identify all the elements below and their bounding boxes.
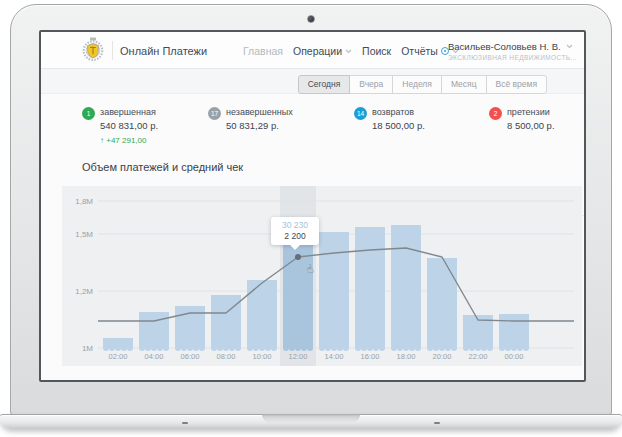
bank-crest-logo-icon	[82, 37, 104, 63]
chart-bar-12:00[interactable]	[283, 233, 313, 351]
tab-vse-vremya[interactable]: Всё время	[486, 75, 547, 94]
screenshot-stage: Онлайн Платежи Главная Операции Поиск От…	[0, 0, 622, 437]
tab-vchera[interactable]: Вчера	[349, 75, 393, 94]
tooltip-volume: 30 230	[271, 220, 319, 230]
x-tick-label: 16:00	[361, 352, 380, 361]
stat-delta: ↑ +47 291,00	[100, 136, 158, 145]
chart-title: Объем платежей и средний чек	[82, 161, 243, 173]
stat-completed[interactable]: 1 завершенная 540 831,00 р. ↑ +47 291,00	[82, 107, 158, 145]
chevron-down-icon	[566, 44, 573, 49]
chart-bar-14:00[interactable]	[319, 232, 349, 351]
chart-panel: 1,8M1,5M1,2M1M02:0004:0006:0008:0010:001…	[62, 186, 582, 366]
chart-bar-02:00[interactable]	[103, 338, 133, 351]
stat-value: 18 500,00 р.	[372, 120, 425, 131]
chevron-down-icon	[345, 49, 352, 54]
tab-mesyac[interactable]: Месяц	[441, 75, 487, 94]
chart-bar-16:00[interactable]	[355, 227, 385, 351]
user-menu[interactable]: Васильев-Соловьев Н. В. ЭКСКЛЮЗИВНАЯ НЕД…	[448, 41, 577, 61]
x-tick-label: 18:00	[397, 352, 416, 361]
stat-incomplete[interactable]: 17 незавершенных 50 831,29 р.	[208, 107, 293, 131]
tab-segodnya[interactable]: Сегодня	[298, 75, 351, 94]
count-badge: 1	[82, 107, 95, 120]
stat-refunds[interactable]: 14 возвратов 18 500,00 р.	[354, 107, 425, 131]
nav-label: Отчёты	[401, 45, 438, 57]
laptop-foot	[434, 422, 440, 424]
app-title: Онлайн Платежи	[120, 45, 207, 57]
x-tick-label: 20:00	[433, 352, 452, 361]
y-tick-label: 1M	[82, 344, 93, 353]
count-badge: 17	[208, 107, 221, 120]
chart-bar-20:00[interactable]	[427, 258, 457, 351]
y-tick-label: 1,8M	[75, 197, 93, 206]
chart-bar-04:00[interactable]	[139, 312, 169, 351]
nav-label: Операции	[293, 45, 342, 57]
stat-value: 540 831,00 р.	[100, 120, 158, 131]
user-name: Васильев-Соловьев Н. В.	[448, 41, 561, 52]
chart-tooltip: 30 230 2 200	[271, 217, 319, 245]
stat-label: завершенная	[100, 107, 158, 117]
nav-item-operacii[interactable]: Операции	[293, 45, 352, 57]
chart-bar-10:00[interactable]	[247, 280, 277, 351]
nav-item-glavnaya[interactable]: Главная	[243, 45, 283, 57]
x-tick-label: 12:00	[289, 352, 308, 361]
period-tabs-band: Сегодня Вчера Неделя Месяц Всё время	[41, 69, 584, 94]
nav-label: Главная	[243, 45, 283, 57]
x-tick-label: 22:00	[469, 352, 488, 361]
count-badge: 14	[354, 107, 367, 120]
stat-label: незавершенных	[226, 107, 293, 117]
screen-content: Онлайн Платежи Главная Операции Поиск От…	[39, 30, 586, 382]
x-tick-label: 08:00	[217, 352, 236, 361]
nav-item-poisk[interactable]: Поиск	[362, 45, 391, 57]
laptop-foot	[182, 422, 188, 424]
x-tick-label: 02:00	[109, 352, 128, 361]
laptop-lid-notch	[262, 414, 360, 422]
highlight-dot	[295, 254, 301, 260]
app-header: Онлайн Платежи Главная Операции Поиск От…	[41, 32, 584, 69]
stat-label: возвратов	[372, 107, 425, 117]
y-tick-label: 1,2M	[75, 287, 93, 296]
nav-label: Поиск	[362, 45, 391, 57]
logo-divider	[112, 41, 113, 60]
tooltip-avg-check: 2 200	[271, 231, 319, 241]
stat-label: претензии	[507, 107, 555, 117]
x-tick-label: 00:00	[505, 352, 524, 361]
webcam-icon	[307, 15, 315, 23]
x-tick-label: 14:00	[325, 352, 344, 361]
stat-value: 8 500,00 р.	[507, 120, 555, 131]
stat-value: 50 831,29 р.	[226, 120, 293, 131]
chart-bar-00:00[interactable]	[499, 314, 529, 351]
x-tick-label: 10:00	[253, 352, 272, 361]
tab-nedelya[interactable]: Неделя	[392, 75, 442, 94]
main-nav: Главная Операции Поиск Отчёты	[243, 45, 459, 57]
count-badge: 2	[489, 107, 502, 120]
stats-row: 1 завершенная 540 831,00 р. ↑ +47 291,00…	[41, 94, 584, 154]
payments-chart[interactable]: 1,8M1,5M1,2M1M02:0004:0006:0008:0010:001…	[62, 186, 582, 366]
stat-claims[interactable]: 2 претензии 8 500,00 р.	[489, 107, 555, 131]
period-segmented-control: Сегодня Вчера Неделя Месяц Всё время	[298, 75, 547, 94]
x-tick-label: 06:00	[181, 352, 200, 361]
chart-bar-18:00[interactable]	[391, 225, 421, 351]
y-tick-label: 1,5M	[75, 230, 93, 239]
x-tick-label: 04:00	[145, 352, 164, 361]
user-company: ЭКСКЛЮЗИВНАЯ НЕДВИЖИМОСТЬ...	[448, 54, 577, 61]
